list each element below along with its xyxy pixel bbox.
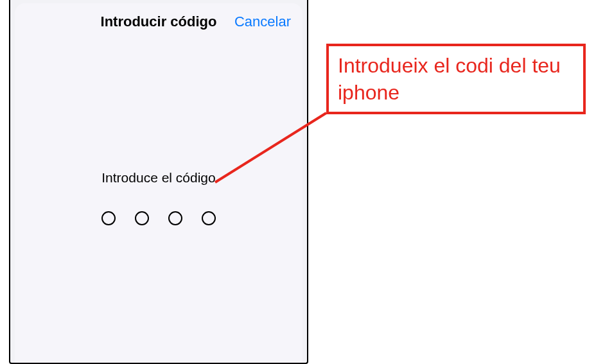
phone-frame: Introducir código Cancelar Introduce el …	[9, 0, 308, 364]
annotation-text: Introdueix el codi del teu iphone	[338, 53, 574, 106]
passcode-dots[interactable]	[15, 211, 302, 225]
modal-header: Introducir código Cancelar	[15, 3, 302, 40]
cancel-button[interactable]: Cancelar	[234, 13, 291, 30]
passcode-dot	[202, 211, 216, 225]
annotation-callout: Introdueix el codi del teu iphone	[326, 44, 586, 114]
passcode-modal: Introducir código Cancelar Introduce el …	[15, 3, 302, 363]
passcode-dot	[168, 211, 182, 225]
modal-title: Introducir código	[101, 13, 217, 30]
passcode-dot	[135, 211, 149, 225]
passcode-prompt-text: Introduce el código	[15, 170, 302, 186]
passcode-dot	[101, 211, 116, 225]
passcode-prompt-area: Introduce el código	[15, 170, 302, 225]
